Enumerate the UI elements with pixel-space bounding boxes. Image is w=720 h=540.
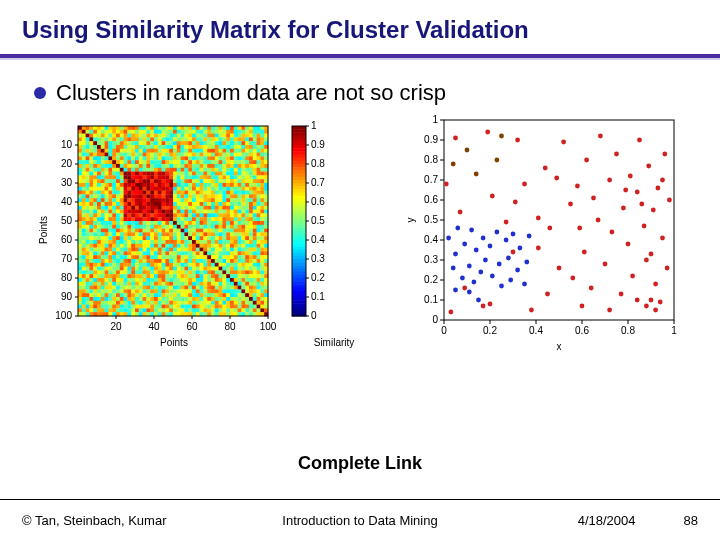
svg-point-2686 [469, 228, 474, 233]
svg-rect-1013 [127, 202, 131, 206]
svg-rect-1064 [131, 206, 135, 210]
svg-rect-1710 [116, 255, 120, 259]
svg-rect-454 [93, 160, 97, 164]
svg-rect-569 [150, 168, 154, 172]
svg-rect-1314 [131, 225, 135, 229]
svg-rect-2151 [82, 289, 86, 293]
svg-rect-1440 [230, 232, 234, 236]
svg-rect-994 [245, 198, 249, 202]
svg-rect-1850 [78, 267, 82, 271]
svg-rect-1245 [249, 217, 253, 221]
svg-rect-2210 [116, 293, 120, 297]
svg-rect-1667 [143, 251, 147, 255]
svg-rect-1979 [188, 274, 192, 278]
svg-point-2619 [481, 304, 486, 309]
svg-rect-965 [135, 198, 139, 202]
svg-rect-2316 [139, 301, 143, 305]
svg-rect-705 [97, 179, 101, 183]
svg-rect-1577 [181, 244, 185, 248]
svg-rect-610 [116, 172, 120, 176]
svg-rect-789 [226, 183, 230, 187]
svg-rect-231 [196, 141, 200, 145]
svg-rect-1770 [154, 259, 158, 263]
svg-rect-218 [146, 141, 150, 145]
svg-rect-41 [234, 126, 238, 130]
svg-rect-2322 [162, 301, 166, 305]
svg-rect-469 [150, 160, 154, 164]
svg-rect-1173 [165, 213, 169, 217]
svg-rect-925 [173, 194, 177, 198]
svg-rect-700 [78, 179, 82, 183]
svg-rect-523 [165, 164, 169, 168]
svg-rect-347 [257, 149, 261, 153]
figures-area: 102030405060708090100 20406080100 Points… [0, 114, 720, 394]
svg-rect-2079 [188, 282, 192, 286]
svg-rect-141 [234, 134, 238, 138]
svg-rect-2103 [89, 286, 93, 290]
svg-rect-921 [158, 194, 162, 198]
svg-rect-473 [165, 160, 169, 164]
svg-rect-1795 [249, 259, 253, 263]
svg-rect-1587 [219, 244, 223, 248]
svg-rect-2191 [234, 289, 238, 293]
svg-rect-177 [181, 137, 185, 141]
svg-rect-179 [188, 137, 192, 141]
svg-rect-721 [158, 179, 162, 183]
svg-rect-2218 [146, 293, 150, 297]
svg-rect-865 [135, 191, 139, 195]
svg-rect-2109 [112, 286, 116, 290]
svg-rect-717 [143, 179, 147, 183]
svg-rect-451 [82, 160, 86, 164]
svg-rect-605 [97, 172, 101, 176]
svg-rect-1718 [146, 255, 150, 259]
svg-rect-1122 [162, 210, 166, 214]
svg-rect-1584 [207, 244, 211, 248]
svg-rect-1211 [120, 217, 124, 221]
svg-rect-1733 [203, 255, 207, 259]
svg-rect-1469 [150, 236, 154, 240]
svg-rect-508 [108, 164, 112, 168]
svg-rect-1273 [165, 221, 169, 225]
svg-rect-2390 [230, 305, 234, 309]
svg-rect-2251 [82, 297, 86, 301]
svg-rect-617 [143, 172, 147, 176]
svg-rect-1287 [219, 221, 223, 225]
svg-rect-989 [226, 198, 230, 202]
svg-rect-2264 [131, 297, 135, 301]
svg-rect-12 [124, 126, 128, 130]
svg-rect-341 [234, 149, 238, 153]
svg-point-2665 [660, 236, 665, 241]
svg-rect-2106 [101, 286, 105, 290]
svg-rect-637 [219, 172, 223, 176]
svg-rect-2176 [177, 289, 181, 293]
svg-rect-2173 [165, 289, 169, 293]
svg-rect-1187 [219, 213, 223, 217]
svg-rect-1627 [181, 248, 185, 252]
svg-rect-1194 [245, 213, 249, 217]
svg-rect-2354 [93, 305, 97, 309]
svg-rect-1214 [131, 217, 135, 221]
svg-rect-1940 [230, 270, 234, 274]
svg-rect-1132 [200, 210, 204, 214]
svg-rect-1306 [101, 225, 105, 229]
svg-rect-552 [86, 168, 90, 172]
svg-rect-797 [257, 183, 261, 187]
svg-rect-1814 [131, 263, 135, 267]
svg-rect-1588 [222, 244, 226, 248]
svg-rect-2065 [135, 282, 139, 286]
svg-rect-1257 [105, 221, 109, 225]
svg-rect-1182 [200, 213, 204, 217]
svg-rect-2371 [158, 305, 162, 309]
svg-point-2628 [529, 308, 534, 313]
svg-rect-191 [234, 137, 238, 141]
svg-rect-809 [112, 187, 116, 191]
svg-rect-9 [112, 126, 116, 130]
svg-rect-710 [116, 179, 120, 183]
svg-rect-2576 [292, 269, 306, 273]
svg-rect-1990 [230, 274, 234, 278]
svg-rect-375 [173, 153, 177, 157]
svg-rect-2265 [135, 297, 139, 301]
svg-rect-1431 [196, 232, 200, 236]
svg-rect-2200 [78, 293, 82, 297]
figure-caption: Complete Link [0, 453, 720, 474]
